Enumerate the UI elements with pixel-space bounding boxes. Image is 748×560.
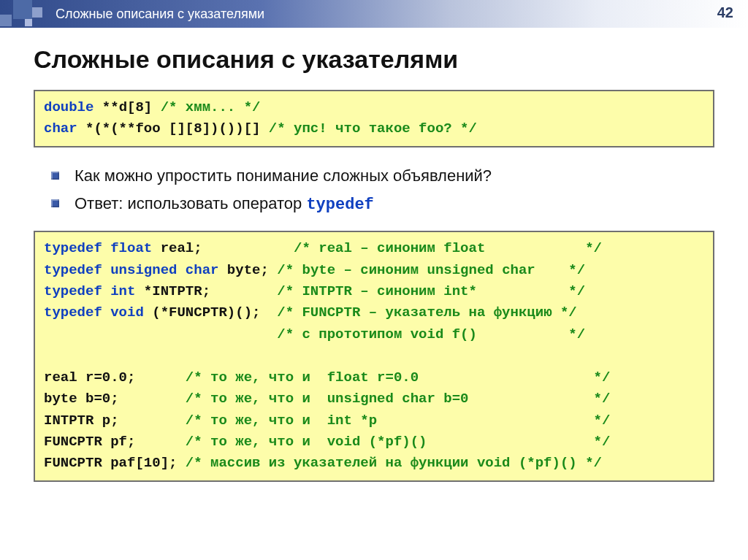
bullet-text: Как можно упростить понимание сложных об…: [75, 166, 492, 185]
list-item: Как можно упростить понимание сложных об…: [51, 164, 714, 188]
code-comment: /* с прототипом void f() */: [277, 326, 585, 342]
code-comment: /* то же, что и void (*pf)() */: [186, 434, 611, 450]
slide-body: Сложные описания с указателями double **…: [0, 28, 748, 482]
code-text: (*FUNCPTR)();: [144, 304, 277, 321]
code-blank: [44, 348, 52, 364]
code-keyword: double: [44, 99, 94, 115]
bullet-list: Как можно упростить понимание сложных об…: [51, 164, 714, 218]
breadcrumb: Сложные описания с указателями: [56, 7, 264, 22]
code-text: **d[8]: [94, 99, 160, 115]
inline-code: typedef: [306, 196, 373, 214]
code-comment: /* FUNCPTR – указатель на функцию */: [277, 304, 576, 321]
code-comment: /* real – синоним float */: [294, 240, 602, 256]
page-number: 42: [717, 4, 733, 21]
code-keyword: typedef unsigned char: [44, 262, 218, 278]
page-title: Сложные описания с указателями: [34, 45, 714, 74]
header-bar: Сложные описания с указателями 42: [0, 0, 748, 28]
code-text: [44, 326, 277, 342]
code-keyword: typedef int: [44, 283, 135, 299]
code-keyword: typedef float: [44, 240, 152, 256]
code-comment: /* массив из указателей на функции void …: [186, 455, 602, 471]
code-comment: /* хмм... */: [161, 99, 261, 115]
code-text: byte b=0;: [44, 391, 186, 407]
code-text: real;: [152, 240, 294, 256]
code-keyword: typedef void: [44, 304, 144, 321]
code-block-2: typedef float real; /* real – синоним fl…: [34, 231, 714, 482]
code-comment: /* то же, что и float r=0.0 */: [186, 369, 611, 386]
code-keyword: char: [44, 120, 77, 137]
code-text: *INTPTR;: [135, 283, 277, 299]
code-text: INTPTR p;: [44, 413, 186, 429]
code-text: real r=0.0;: [44, 369, 186, 386]
list-item: Ответ: использовать оператор typedef: [51, 191, 714, 218]
code-block-1: double **d[8] /* хмм... */ char *(*(**fo…: [34, 90, 714, 147]
code-text: FUNCPTR pf;: [44, 434, 186, 450]
code-text: byte;: [218, 262, 277, 278]
code-text: *(*(**foo [][8])())[]: [77, 120, 269, 137]
code-comment: /* INTPTR – синоним int* */: [277, 283, 585, 299]
bullet-text: Ответ: использовать оператор: [75, 194, 306, 212]
code-comment: /* то же, что и unsigned char b=0 */: [186, 391, 611, 407]
code-comment: /* то же, что и int *p */: [186, 413, 611, 429]
code-comment: /* упс! что такое foo? */: [269, 120, 477, 137]
header-logo-icon: [0, 0, 45, 28]
code-text: FUNCPTR paf[10];: [44, 455, 186, 471]
code-comment: /* byte – синоним unsigned char */: [277, 262, 585, 278]
